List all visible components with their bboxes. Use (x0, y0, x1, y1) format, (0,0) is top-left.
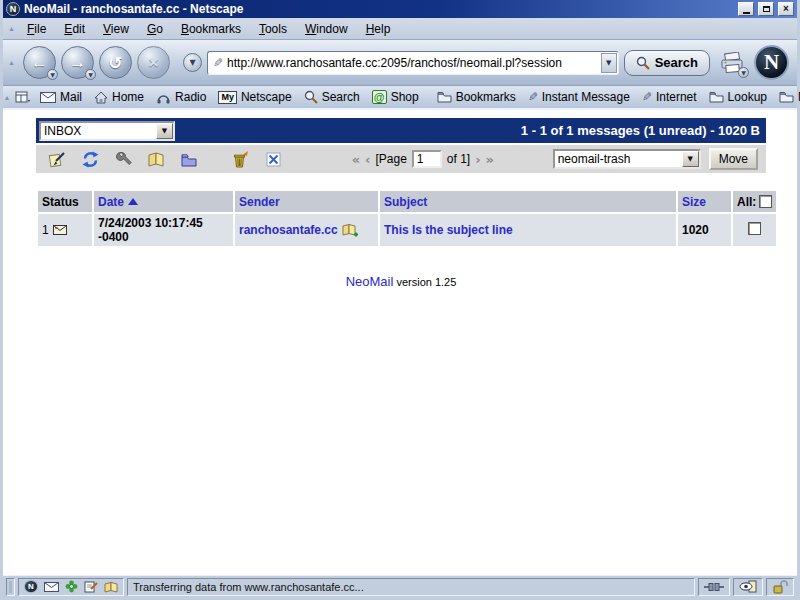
menu-go[interactable]: Go (138, 19, 172, 39)
compose-button[interactable] (44, 148, 70, 170)
privacy-eye-icon (739, 580, 757, 593)
restore-button[interactable] (758, 2, 774, 16)
toolbar-tab-icon[interactable] (9, 91, 34, 104)
close-icon: × (783, 4, 789, 14)
all-label: All: (737, 195, 756, 209)
window-grid-icon (15, 91, 30, 104)
empty-trash-button[interactable] (227, 148, 253, 170)
print-dropdown[interactable]: ▼ (738, 67, 749, 78)
security-indicator[interactable] (766, 578, 794, 596)
forward-history-dropdown[interactable]: ▼ (85, 69, 96, 80)
search-button[interactable]: Search (624, 50, 710, 76)
composer-icon[interactable] (84, 580, 98, 593)
refresh-icon (82, 151, 99, 168)
page-number-input[interactable] (412, 150, 442, 168)
personal-item-lookup[interactable]: Lookup (703, 89, 773, 105)
reload-button[interactable]: ↺ (99, 46, 132, 79)
personal-item-internet[interactable]: ✎ Internet (636, 89, 703, 105)
menu-edit[interactable]: Edit (55, 19, 94, 39)
personal-item-instant-message[interactable]: ✎ Instant Message (522, 89, 636, 105)
personal-item-search[interactable]: Search (298, 89, 366, 105)
add-to-addressbook-icon[interactable] (342, 223, 359, 238)
status-message: Transferring data from www.ranchosantafe… (127, 578, 695, 596)
personal-item-label: Shop (391, 90, 419, 104)
personal-item-my-netscape[interactable]: My Netscape (212, 89, 297, 105)
personal-item-new-and-cool[interactable]: New&Cool (773, 89, 800, 105)
last-page-icon[interactable]: » (486, 152, 494, 167)
logout-button[interactable] (260, 148, 286, 170)
subject-link[interactable]: This Is the subject line (384, 223, 513, 237)
statusbar-grabber[interactable] (6, 578, 15, 596)
close-button[interactable]: × (778, 2, 794, 16)
minimize-button[interactable] (738, 2, 754, 16)
cell-sender: ranchosantafe.cc (235, 214, 378, 246)
personal-item-radio[interactable]: Radio (150, 89, 212, 105)
menu-file[interactable]: File (18, 19, 55, 39)
header-date[interactable]: Date (94, 191, 233, 212)
personal-item-label: Instant Message (542, 90, 630, 104)
print-button[interactable]: ▼ (715, 52, 749, 74)
mail-icon (40, 92, 56, 103)
toolbar-grabber[interactable]: ▴ (5, 58, 18, 67)
shop-icon: @ (372, 90, 387, 104)
preferences-button[interactable] (110, 148, 136, 170)
cell-select (733, 214, 776, 246)
next-page-icon[interactable]: › (475, 152, 480, 167)
personal-item-shop[interactable]: @ Shop (366, 89, 425, 105)
folder-icon (779, 91, 794, 103)
mail-component-icon[interactable] (44, 582, 59, 592)
sender-link[interactable]: ranchosantafe.cc (239, 223, 338, 237)
header-sender[interactable]: Sender (235, 191, 378, 212)
status-bar: N Transferring data from www.ranchosanta… (3, 575, 797, 597)
header-subject[interactable]: Subject (380, 191, 676, 212)
first-page-icon[interactable]: « (352, 152, 360, 167)
address-book-component-icon[interactable] (104, 581, 118, 593)
personal-item-home[interactable]: Home (88, 89, 150, 105)
menu-tools[interactable]: Tools (250, 19, 296, 39)
personal-item-mail[interactable]: Mail (34, 89, 88, 105)
stop-button[interactable]: × (137, 46, 170, 79)
netscape-throbber-icon[interactable]: N (754, 45, 789, 80)
plug-icon (704, 581, 724, 593)
toolbar-grabber[interactable]: ▴ (5, 24, 18, 33)
neomail-link[interactable]: NeoMail (346, 274, 394, 289)
instant-messenger-icon[interactable] (65, 580, 78, 593)
select-all-checkbox[interactable] (759, 195, 772, 208)
mailbox-select[interactable]: INBOX ▼ (39, 121, 175, 141)
cell-subject: This Is the subject line (380, 214, 676, 246)
online-status-indicator[interactable] (698, 578, 730, 596)
refresh-button[interactable] (77, 148, 103, 170)
page-proxy-icon[interactable]: ▼ (183, 53, 202, 72)
personal-item-label: Mail (60, 90, 82, 104)
neomail-version: version 1.25 (396, 276, 456, 288)
url-bar[interactable]: ✎ ▼ (207, 51, 619, 75)
menu-help[interactable]: Help (357, 19, 400, 39)
back-button[interactable]: ← ▼ (23, 46, 56, 79)
search-button-label: Search (655, 55, 698, 70)
menu-window[interactable]: Window (296, 19, 357, 39)
privacy-indicator[interactable] (733, 578, 763, 596)
move-folder-select[interactable]: neomail-trash ▼ (553, 149, 701, 169)
url-dropdown-arrow[interactable]: ▼ (601, 53, 617, 73)
personal-toolbar: ▴ Mail Home (3, 86, 797, 110)
page-content: INBOX ▼ 1 - 1 of 1 messages (1 unread) -… (3, 110, 797, 575)
folders-button[interactable] (176, 148, 202, 170)
message-list-table: Status Date Sender Subject Size All: 1 (36, 189, 778, 248)
message-row: 1 7/24/2003 10:17:45 -0400 ranchosantafe… (38, 214, 776, 246)
header-size[interactable]: Size (678, 191, 731, 212)
url-input[interactable] (227, 56, 597, 70)
menu-bookmarks[interactable]: Bookmarks (172, 19, 250, 39)
menu-view[interactable]: View (94, 19, 138, 39)
minimize-icon (743, 12, 750, 14)
personal-item-bookmarks[interactable]: Bookmarks (431, 89, 522, 105)
message-checkbox[interactable] (748, 222, 761, 235)
cell-date: 7/24/2003 10:17:45 -0400 (94, 214, 233, 246)
back-history-dropdown[interactable]: ▼ (47, 69, 58, 80)
forward-button[interactable]: → ▼ (61, 46, 94, 79)
chevron-down-icon: ▼ (156, 123, 173, 139)
address-book-button[interactable] (143, 148, 169, 170)
navigator-icon[interactable]: N (24, 580, 38, 593)
move-button[interactable]: Move (709, 148, 758, 170)
previous-page-icon[interactable]: ‹ (365, 152, 370, 167)
personal-item-label: Bookmarks (456, 90, 516, 104)
